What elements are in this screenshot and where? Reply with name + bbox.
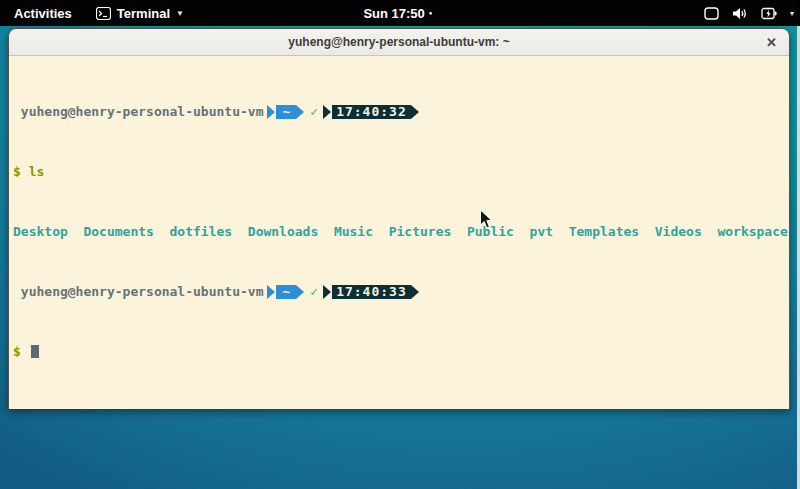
notification-dot-icon: ●: [429, 10, 433, 16]
chevron-down-icon: ▼: [176, 10, 184, 18]
activities-button[interactable]: Activities: [0, 0, 86, 26]
app-menu-terminal[interactable]: Terminal ▼: [86, 0, 194, 26]
system-tray[interactable]: ▾: [704, 0, 794, 26]
clock-label: Sun 17:50: [363, 6, 424, 21]
app-menu-label: Terminal: [117, 6, 170, 21]
mouse-cursor-icon: [479, 209, 493, 234]
typed-command: ls: [29, 164, 45, 179]
window-title: yuheng@henry-personal-ubuntu-vm: ~: [288, 35, 509, 49]
status-check-icon: ✓: [310, 284, 318, 299]
lead-space: [13, 284, 21, 299]
volume-icon: [732, 7, 748, 20]
terminal-window: yuheng@henry-personal-ubuntu-vm: ~ ✕ yuh…: [8, 28, 790, 409]
prompt-line-1: yuheng@henry-personal-ubuntu-vm ~ ✓ 17:4…: [13, 104, 787, 119]
terminal-cursor: [31, 345, 39, 358]
powerline-arrow-icon: [323, 105, 331, 119]
powerline-arrow-icon: [267, 285, 275, 299]
powerline-arrow-icon: [411, 105, 419, 119]
shell-prompt-symbol: $: [13, 344, 29, 359]
ls-output-line: Desktop Documents dotfiles Downloads Mus…: [13, 224, 787, 239]
terminal-icon: [96, 7, 111, 20]
battery-charging-icon: [761, 7, 777, 20]
powerline-arrow-icon: [296, 285, 304, 299]
directory-list: Desktop Documents dotfiles Downloads Mus…: [13, 224, 788, 239]
current-prompt-line: $: [13, 344, 787, 359]
time-segment: 17:40:33: [332, 285, 411, 299]
lead-space: [13, 104, 21, 119]
terminal-content[interactable]: yuheng@henry-personal-ubuntu-vm ~ ✓ 17:4…: [9, 56, 789, 409]
close-button[interactable]: ✕: [766, 29, 777, 55]
chevron-down-icon: ▾: [790, 10, 794, 18]
user-host-text: yuheng@henry-personal-ubuntu-vm: [21, 284, 264, 299]
status-check-icon: ✓: [310, 104, 318, 119]
powerline-arrow-icon: [323, 285, 331, 299]
clock-button[interactable]: Sun 17:50 ●: [363, 0, 432, 26]
powerline-arrow-icon: [267, 105, 275, 119]
top-bar: Activities Terminal ▼ Sun 17:50 ● ▾: [0, 0, 800, 26]
powerline-arrow-icon: [296, 105, 304, 119]
user-host-text: yuheng@henry-personal-ubuntu-vm: [21, 104, 264, 119]
powerline-arrow-icon: [411, 285, 419, 299]
shell-prompt-symbol: $: [13, 164, 29, 179]
prompt-line-2: yuheng@henry-personal-ubuntu-vm ~ ✓ 17:4…: [13, 284, 787, 299]
time-segment: 17:40:32: [332, 105, 411, 119]
network-icon: [704, 7, 719, 20]
command-line: $ ls: [13, 164, 787, 179]
cwd-segment: ~: [276, 105, 296, 119]
window-titlebar[interactable]: yuheng@henry-personal-ubuntu-vm: ~ ✕: [9, 29, 789, 56]
cwd-segment: ~: [276, 285, 296, 299]
